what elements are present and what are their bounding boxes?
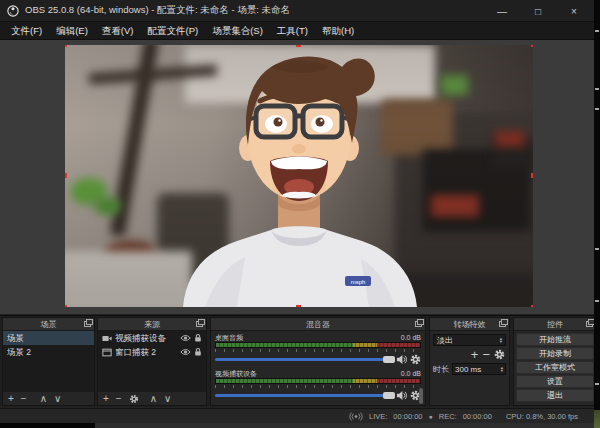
menu-file[interactable]: 文件(F) [4,22,49,40]
mixer-scrollbar[interactable] [419,388,423,404]
scenes-list: 场景 场景 2 [3,331,94,392]
sources-header: 来源 [98,318,206,331]
transitions-dock: 转场特效 淡出 ▴▾ + − [429,317,510,406]
menu-bar: 文件(F) 编辑(E) 查看(V) 配置文件(P) 场景集合(S) 工具(T) … [0,22,600,40]
speaker-icon[interactable] [396,354,407,365]
rec-dot-icon: ● [429,413,433,420]
source-item-2[interactable]: 窗口捕获 2 [98,345,206,359]
source-down-button[interactable]: ∨ [164,392,171,405]
lock-icon[interactable] [194,333,202,343]
camera-icon [102,334,112,343]
rec-time: 00:00:00 [463,412,492,421]
start-recording-button[interactable]: 开始录制 [516,347,594,360]
window-title: OBS 25.0.8 (64-bit, windows) - 配置文件: 未命名… [25,4,290,17]
transitions-title: 转场特效 [454,319,486,330]
remove-source-button[interactable]: − [116,392,122,405]
sources-list: 视频捕获设备 窗口捕获 2 [98,331,206,392]
menu-profile[interactable]: 配置文件(P) [140,22,205,40]
scene-down-button[interactable]: ∨ [54,392,61,405]
status-bar: LIVE: 00:00:00 ● REC: 00:00:00 CPU: 0.8%… [0,408,600,423]
mixer-channel-video-capture: 视频捕获设备 0.0 dB [215,369,421,401]
controls-dock: 控件 开始推流 开始录制 工作室模式 设置 退出 [513,317,597,406]
menu-view[interactable]: 查看(V) [95,22,141,40]
studio-mode-button[interactable]: 工作室模式 [516,361,594,374]
dock-area: 场景 场景 场景 2 + − ∧ ∨ 来源 [0,315,600,407]
scene-item-1[interactable]: 场景 [3,331,94,345]
minimize-button[interactable]: — [484,0,520,22]
background-image-sliver [594,410,600,428]
shirt-logo-text: msph [351,279,366,285]
scenes-dock: 场景 场景 场景 2 + − ∧ ∨ [2,317,95,406]
transition-properties-gear-icon[interactable] [494,349,505,360]
menu-help[interactable]: 帮助(H) [315,22,361,40]
title-bar: OBS 25.0.8 (64-bit, windows) - 配置文件: 未命名… [0,0,600,22]
remove-scene-button[interactable]: − [21,392,27,405]
channel-level: 0.0 dB [401,333,421,342]
controls-header: 控件 [514,318,596,331]
sources-toolbar: + − ∧ ∨ [98,392,206,405]
preview-area: msph [0,40,600,314]
transition-select[interactable]: 淡出 ▴▾ [433,334,506,346]
source-item-1[interactable]: 视频捕获设备 [98,331,206,345]
background-window-sliver [594,0,600,428]
popout-icon[interactable] [586,321,593,327]
transitions-header: 转场特效 [430,318,509,331]
live-time: 00:00:00 [393,412,422,421]
video-source-preview[interactable]: msph [65,45,533,307]
popout-icon[interactable] [196,321,203,327]
volume-slider[interactable] [215,394,393,397]
spinner-arrows-icon[interactable]: ▴▾ [501,366,503,373]
menu-scene-collection[interactable]: 场景集合(S) [205,22,270,40]
mixer-dock: 混音器 桌面音频 0.0 dB [210,317,426,406]
cpu-fps-stats: CPU: 0.8%, 30.00 fps [506,412,578,421]
scene-item-2[interactable]: 场景 2 [3,345,94,359]
add-transition-button[interactable]: + [471,348,479,361]
settings-button[interactable]: 设置 [516,375,594,388]
speaker-icon[interactable] [396,390,407,401]
channel-name: 视频捕获设备 [215,369,257,378]
menu-edit[interactable]: 编辑(E) [49,22,95,40]
menu-tools[interactable]: 工具(T) [270,22,315,40]
start-streaming-button[interactable]: 开始推流 [516,333,594,346]
volume-meter [215,378,421,384]
close-button[interactable]: × [556,0,592,22]
duration-label: 时长 [433,364,449,375]
exit-button[interactable]: 退出 [516,389,594,402]
window-icon [102,348,112,357]
sources-title: 来源 [144,319,160,330]
memoji-person: msph [65,45,533,307]
add-source-button[interactable]: + [103,392,109,405]
lock-icon[interactable] [194,347,202,357]
mixer-header: 混音器 [211,318,425,331]
obs-window: OBS 25.0.8 (64-bit, windows) - 配置文件: 未命名… [0,0,600,428]
scene-up-button[interactable]: ∧ [40,392,47,405]
desktop-corner [0,423,95,428]
source-properties-gear-icon[interactable] [129,394,139,404]
eye-icon[interactable] [180,334,191,342]
mixer-title: 混音器 [306,319,330,330]
maximize-button[interactable]: □ [520,0,556,22]
volume-slider[interactable] [215,358,393,361]
scenes-toolbar: + − ∧ ∨ [3,392,94,405]
window-controls: — □ × [484,0,592,22]
volume-slider-thumb[interactable] [383,356,395,363]
channel-settings-gear-icon[interactable] [410,354,421,365]
live-broadcast-icon [349,412,363,421]
popout-icon[interactable] [84,321,91,327]
sources-dock: 来源 视频捕获设备 [97,317,207,406]
eye-icon[interactable] [180,348,191,356]
volume-meter [215,342,421,348]
remove-transition-button[interactable]: − [482,348,490,361]
rec-label: REC: [439,412,457,421]
obs-logo-icon [7,5,19,17]
source-up-button[interactable]: ∧ [150,392,157,405]
scenes-header: 场景 [3,318,94,331]
dropdown-arrows-icon: ▴▾ [500,337,502,344]
volume-slider-thumb[interactable] [383,392,395,399]
channel-level: 0.0 dB [401,369,421,378]
add-scene-button[interactable]: + [8,392,14,405]
scenes-title: 场景 [41,319,57,330]
popout-icon[interactable] [499,321,506,327]
duration-input[interactable]: 300 ms ▴▾ [452,363,506,375]
popout-icon[interactable] [415,321,422,327]
